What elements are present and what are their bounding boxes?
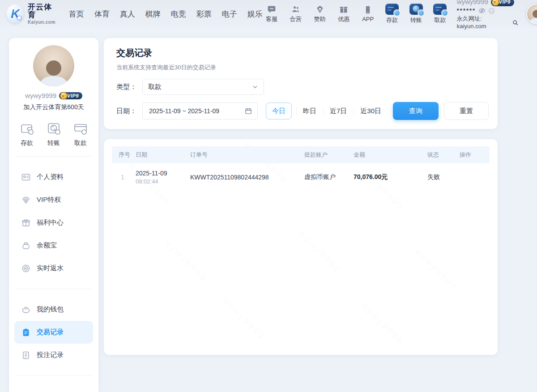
- top-bar: K 开云体育 Kaiyun.com 首页 体育 真人 棋牌 电竞 彩票 电子 娱…: [0, 0, 537, 28]
- promo-link[interactable]: 优惠: [335, 5, 353, 23]
- divider: [16, 156, 92, 157]
- calendar-icon: [245, 107, 252, 115]
- nav-lottery[interactable]: 彩票: [196, 9, 212, 19]
- deposit-icon: [385, 4, 399, 15]
- wallet-icon: [21, 305, 30, 314]
- app-icon: [363, 5, 372, 14]
- page-title: 交易记录: [116, 47, 489, 59]
- welfare-icon: [21, 218, 30, 227]
- row-status: 失败: [427, 173, 460, 181]
- main-content: 交易记录 当前系统支持查询最近30日的交易记录 类型： 取款 日期： 2025-…: [104, 38, 498, 355]
- transfer-icon: [47, 121, 61, 136]
- range-yesterday-button[interactable]: 昨日: [296, 102, 323, 119]
- support-link[interactable]: 客服: [263, 5, 281, 23]
- sidebar-item-prizes[interactable]: 兑奖记录: [9, 385, 98, 392]
- withdraw-icon: [433, 4, 447, 15]
- sidebar-item-transactions[interactable]: 交易记录: [14, 321, 93, 344]
- reset-button[interactable]: 重置: [444, 102, 489, 120]
- transactions-icon: [21, 328, 30, 337]
- range-7days-button[interactable]: 近7日: [323, 102, 354, 119]
- rebate-icon: [21, 264, 30, 273]
- profile-username: wywy9999: [25, 92, 56, 99]
- date-range-input[interactable]: 2025-11-09 ~ 2025-11-09: [142, 102, 258, 119]
- sidebar-item-yuebao[interactable]: 余额宝: [9, 234, 98, 257]
- profile-icon: [21, 173, 30, 182]
- row-account: 虚拟币账户: [304, 173, 354, 181]
- sidebar-item-wallet[interactable]: 我的钱包: [9, 298, 98, 321]
- promo-icon: [339, 5, 348, 14]
- partners-link[interactable]: 合营: [286, 5, 305, 23]
- divider: [16, 289, 92, 289]
- vip-badge: VIP9: [491, 0, 514, 6]
- sidebar-item-rebate[interactable]: 实时返水: [9, 257, 98, 280]
- brand-name: 开云体育: [28, 3, 57, 19]
- sidebar: wywy9999 VIP9 加入开云体育第600天 存款 转账 取款 个人资料 …: [9, 38, 98, 392]
- main-nav: 首页 体育 真人 棋牌 电竞 彩票 电子 娱乐: [69, 9, 263, 19]
- type-label: 类型：: [116, 83, 142, 91]
- col-header-action: 操作: [460, 151, 490, 159]
- sponsor-icon: [315, 5, 324, 14]
- col-header-account: 提款账户: [304, 151, 354, 159]
- nav-home[interactable]: 首页: [69, 9, 84, 19]
- row-amount: 70,076.00元: [354, 173, 427, 181]
- sponsor-link[interactable]: 赞助: [311, 5, 329, 23]
- permanent-url: 永久网址: kaiyun.com: [457, 15, 511, 30]
- col-header-order: 订单号: [190, 151, 304, 159]
- filters-card: 交易记录 当前系统支持查询最近30日的交易记录 类型： 取款 日期： 2025-…: [104, 38, 498, 129]
- brand-domain: Kaiyun.com: [28, 20, 57, 25]
- user-info: wywy9999 VIP9 ****** 永久网址: kaiyun.com: [457, 0, 519, 30]
- card-withdraw-icon: [73, 121, 88, 136]
- transfer-link[interactable]: 转账: [407, 4, 425, 24]
- divider: [16, 375, 92, 376]
- sidebar-item-bets[interactable]: 投注记录: [9, 344, 98, 366]
- chevron-circle-icon[interactable]: [488, 8, 495, 14]
- col-header-amount: 金额: [354, 151, 427, 159]
- row-order-no: KWWT20251109802444298: [190, 174, 304, 181]
- sidebar-quick-actions: 存款 转账 取款: [9, 121, 98, 147]
- nav-live[interactable]: 真人: [120, 9, 135, 19]
- brand-logo[interactable]: K 开云体育 Kaiyun.com: [6, 3, 57, 25]
- date-label: 日期：: [116, 107, 142, 115]
- nav-boardgames[interactable]: 棋牌: [145, 9, 161, 19]
- nav-sports[interactable]: 体育: [94, 9, 110, 19]
- avatar-face-icon: [36, 57, 72, 86]
- search-button[interactable]: 查询: [393, 102, 439, 120]
- row-index: 1: [112, 174, 136, 181]
- page-subtitle: 当前系统支持查询最近30日的交易记录: [116, 64, 489, 72]
- table-header: 序号 日期 订单号 提款账户 金额 状态 操作: [112, 146, 490, 163]
- joined-days: 加入开云体育第600天: [9, 103, 98, 111]
- nav-slots[interactable]: 电子: [222, 9, 237, 19]
- deposit-link[interactable]: 存款: [383, 4, 401, 24]
- type-select[interactable]: 取款: [142, 79, 264, 95]
- sidebar-item-profile[interactable]: 个人资料: [9, 166, 98, 188]
- nav-entertainment[interactable]: 娱乐: [247, 9, 263, 19]
- col-header-index: 序号: [112, 151, 136, 159]
- sidebar-item-vip[interactable]: VIP特权: [9, 188, 98, 211]
- withdraw-link[interactable]: 取款: [431, 4, 449, 24]
- records-table-card: wywy9999wywy9999wywy9999wywy9999wywy9999…: [104, 139, 498, 355]
- quick-deposit[interactable]: 存款: [20, 121, 34, 147]
- app-link[interactable]: APP: [359, 5, 377, 22]
- range-30days-button[interactable]: 近30日: [354, 102, 388, 119]
- avatar[interactable]: [526, 4, 537, 24]
- row-datetime: 2025-11-09 08:02:44: [136, 170, 190, 185]
- profile-avatar[interactable]: [33, 45, 74, 86]
- bets-icon: [21, 351, 30, 360]
- quick-transfer[interactable]: 转账: [47, 121, 61, 147]
- chat-icon: [267, 5, 276, 14]
- yuebao-icon: [21, 241, 30, 250]
- masked-balance: ******: [457, 7, 476, 14]
- nav-esports[interactable]: 电竞: [171, 9, 186, 19]
- sidebar-item-welfare[interactable]: 福利中心: [9, 211, 98, 234]
- chevron-down-icon: [252, 84, 258, 90]
- search-icon[interactable]: [512, 20, 519, 26]
- range-today-button[interactable]: 今日: [266, 102, 292, 119]
- username: wywy9999: [457, 0, 488, 6]
- col-header-date: 日期: [136, 151, 190, 159]
- partners-icon: [291, 5, 300, 14]
- eye-off-icon[interactable]: [478, 7, 486, 14]
- quick-withdraw[interactable]: 取款: [73, 121, 88, 147]
- quick-ranges: 今日 昨日 近7日 近30日: [266, 102, 388, 119]
- col-header-status: 状态: [427, 151, 460, 159]
- logo-k-icon: K: [6, 4, 24, 24]
